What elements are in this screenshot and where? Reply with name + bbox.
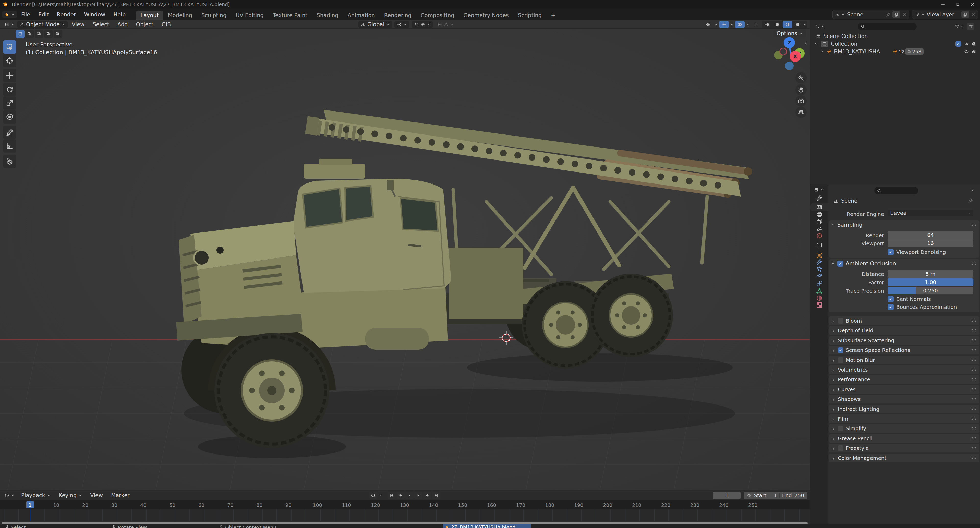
tool-add-cube[interactable]: [3, 155, 16, 168]
chevron-down-icon[interactable]: [714, 23, 718, 26]
sidebar-collapse-icon[interactable]: [803, 41, 808, 45]
panel-simplify[interactable]: Simplify: [829, 424, 980, 433]
panel-volumetrics[interactable]: Volumetrics: [829, 366, 980, 374]
key-next-button[interactable]: [423, 491, 431, 499]
panel-shadows[interactable]: Shadows: [829, 395, 980, 404]
panel-grip[interactable]: [970, 437, 977, 440]
workspace-tab-uv-editing[interactable]: UV Editing: [231, 11, 268, 20]
panel-grease-pencil[interactable]: Grease Pencil: [829, 434, 980, 443]
panel-grip[interactable]: [970, 358, 977, 362]
timeline-track-area[interactable]: [0, 509, 810, 521]
tool-annotate[interactable]: [3, 126, 16, 139]
key-prev-button[interactable]: [396, 491, 405, 499]
shading-wireframe-button[interactable]: [762, 21, 772, 28]
start-value[interactable]: 1: [773, 492, 777, 498]
panel-motion-blur[interactable]: Motion Blur: [829, 356, 980, 364]
end-value[interactable]: 250: [794, 492, 804, 498]
unlink-scene-icon[interactable]: [902, 12, 907, 17]
chevron-down-icon[interactable]: [746, 23, 749, 26]
select-mode-extend[interactable]: [25, 30, 34, 38]
panel-film[interactable]: Film: [829, 414, 980, 423]
properties-tab-material[interactable]: [815, 294, 824, 302]
properties-tab-render[interactable]: [810, 204, 828, 211]
panel-grip[interactable]: [970, 223, 977, 227]
visibility-dropdown[interactable]: [703, 21, 713, 28]
bent-normals-checkbox[interactable]: ✓: [888, 296, 894, 302]
properties-tab-modifiers[interactable]: [815, 259, 824, 266]
properties-tab-world[interactable]: [815, 232, 824, 240]
viewport-denoising-row[interactable]: ✓ Viewport Denoising: [888, 249, 946, 255]
panel-indirect-lighting[interactable]: Indirect Lighting: [829, 405, 980, 413]
stopwatch-icon[interactable]: [747, 493, 751, 498]
panel-ao-header[interactable]: ✓ Ambient Occlusion: [829, 259, 980, 268]
workspace-tab-rendering[interactable]: Rendering: [380, 11, 416, 20]
expand-icon[interactable]: [815, 42, 818, 46]
timeline-menu-playback[interactable]: Playback: [17, 490, 55, 501]
panel-grip[interactable]: [970, 378, 977, 381]
nav-hand-button[interactable]: [795, 84, 807, 95]
panel-grip[interactable]: [970, 407, 977, 410]
timeline-editor-type[interactable]: [2, 492, 17, 499]
viewlayer-selector[interactable]: ViewLayer: [912, 10, 978, 19]
close-button[interactable]: [965, 0, 980, 9]
bounces-approximation-checkbox[interactable]: ✓: [888, 304, 894, 310]
jump-end-button[interactable]: [432, 491, 440, 499]
panel-curves[interactable]: Curves: [829, 385, 980, 394]
outliner-row-scene-collection[interactable]: Scene Collection: [816, 33, 868, 40]
xray-toggle[interactable]: [751, 21, 760, 28]
hide-eye-icon[interactable]: [964, 41, 969, 46]
panel-grip[interactable]: [970, 348, 977, 352]
timeline-menu-marker[interactable]: Marker: [107, 490, 134, 501]
trace-precision-field[interactable]: 0.250: [888, 287, 974, 294]
editor-type-button[interactable]: [2, 21, 17, 28]
blender-menu-button[interactable]: [2, 11, 17, 18]
properties-tab-tool[interactable]: [815, 195, 824, 202]
nav-camera-button[interactable]: [795, 95, 807, 107]
timeline-menu-keying[interactable]: Keying: [55, 490, 86, 501]
jump-start-button[interactable]: [388, 491, 396, 499]
outliner-row-bm13-katyusha[interactable]: BM13_KATYUSHA 12 258: [821, 48, 978, 55]
chevron-down-icon[interactable]: [730, 23, 733, 26]
collection-checkbox[interactable]: ✓: [956, 41, 961, 47]
chevron-down-icon[interactable]: [379, 493, 382, 497]
show-overlays-toggle[interactable]: [735, 21, 745, 28]
panel-grip[interactable]: [970, 329, 977, 332]
properties-search[interactable]: [874, 187, 918, 194]
gizmo-axis-x[interactable]: X: [789, 51, 801, 62]
panel-grip[interactable]: [970, 319, 977, 323]
maximize-button[interactable]: [950, 0, 965, 9]
new-collection-button[interactable]: [967, 23, 974, 30]
select-mode-subtract[interactable]: [35, 30, 43, 38]
viewport-menu-object[interactable]: Object: [132, 19, 158, 30]
new-viewlayer-button[interactable]: [961, 11, 969, 18]
panel-grip[interactable]: [970, 262, 977, 266]
panel-bloom[interactable]: Bloom: [829, 316, 980, 325]
viewport-denoising-checkbox[interactable]: ✓: [888, 249, 894, 255]
current-frame-badge[interactable]: 1: [26, 501, 34, 508]
panel-screen-space-reflections[interactable]: ✓Screen Space Reflections: [829, 346, 980, 355]
tool-scale[interactable]: [3, 97, 16, 110]
workspace-tab-shading[interactable]: Shading: [312, 11, 343, 20]
remove-viewlayer-icon[interactable]: [971, 12, 976, 17]
current-frame-field[interactable]: 1: [713, 491, 741, 499]
tool-transform[interactable]: [3, 110, 16, 124]
viewport-menu-select[interactable]: Select: [89, 19, 113, 30]
panel-grip[interactable]: [970, 398, 977, 401]
timeline-menu-view[interactable]: View: [86, 490, 107, 501]
panel-grip[interactable]: [970, 388, 977, 391]
menu-file[interactable]: File: [17, 9, 34, 20]
chevron-down-icon[interactable]: [961, 25, 964, 28]
nav-zoom-in-button[interactable]: [795, 72, 807, 83]
show-gizmo-toggle[interactable]: [719, 21, 729, 28]
workspace-tab-compositing[interactable]: Compositing: [416, 11, 459, 20]
properties-tab-object[interactable]: [815, 251, 824, 259]
viewport-menu-view[interactable]: View: [68, 19, 89, 30]
mode-selector[interactable]: Object Mode: [17, 21, 68, 28]
workspace-tab-texture-paint[interactable]: Texture Paint: [268, 11, 312, 20]
outliner-search[interactable]: [858, 23, 917, 30]
proportional-editing-toggle[interactable]: [435, 21, 457, 28]
render-samples-field[interactable]: 64: [888, 231, 974, 239]
scene-selector[interactable]: Scene: [832, 10, 909, 19]
properties-tab-output[interactable]: [815, 210, 824, 218]
outliner-display-mode[interactable]: [813, 23, 827, 30]
